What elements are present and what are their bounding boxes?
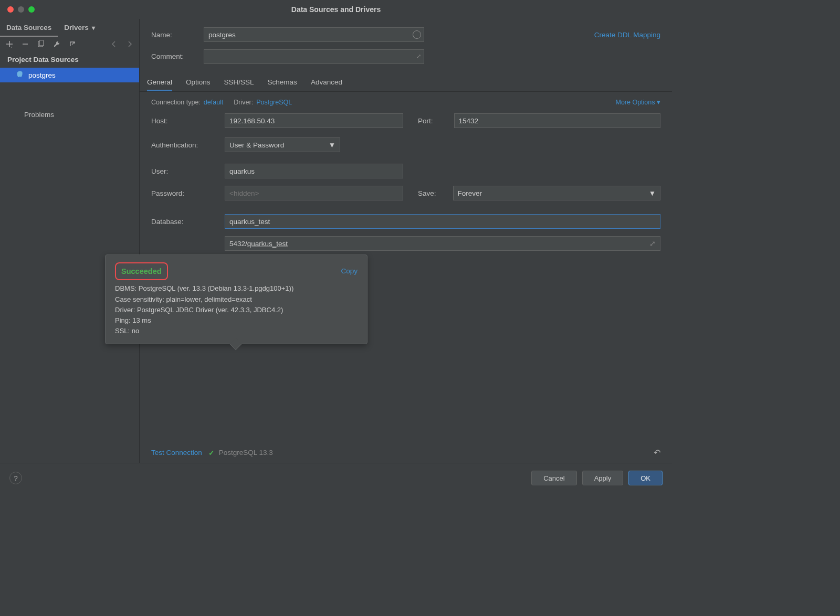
main-split: Data Sources Drivers▾ Project Data Sourc…: [0, 19, 672, 463]
tree-item-label: postgres: [28, 71, 56, 79]
goto-icon[interactable]: [68, 40, 77, 48]
user-label: User:: [151, 167, 225, 175]
save-select-value: Forever: [458, 189, 482, 197]
traffic-lights: [7, 6, 35, 13]
save-label: Save:: [418, 189, 436, 197]
tooltip-line: SSL: no: [115, 326, 358, 336]
sidebar: Data Sources Drivers▾ Project Data Sourc…: [0, 19, 140, 463]
port-label: Port:: [418, 117, 433, 125]
connection-test-tooltip: Succeeded Copy DBMS: PostgreSQL (ver. 13…: [105, 254, 368, 344]
host-input[interactable]: [225, 113, 403, 128]
tooltip-line: Case sensitivity: plain=lower, delimited…: [115, 294, 358, 305]
auth-label: Authentication:: [151, 141, 225, 149]
wrench-icon[interactable]: [52, 40, 61, 48]
tooltip-line: DBMS: PostgreSQL (ver. 13.3 (Debian 13.3…: [115, 283, 358, 294]
expand-icon[interactable]: ⤢: [649, 239, 656, 248]
name-input[interactable]: [204, 27, 424, 42]
comment-label: Comment:: [151, 52, 204, 60]
detail-tabs: General Options SSH/SSL Schemas Advanced: [140, 73, 672, 92]
url-db: quarkus_test: [247, 240, 288, 248]
forward-icon[interactable]: [125, 40, 134, 48]
auth-select-value: User & Password: [229, 141, 284, 149]
more-options-label: More Options: [615, 99, 655, 106]
chevron-down-icon: ▼: [649, 189, 656, 197]
tab-drivers[interactable]: Drivers▾: [58, 19, 101, 37]
password-input[interactable]: [225, 186, 403, 200]
host-label: Host:: [151, 117, 225, 125]
connection-row: Connection type: default Driver: Postgre…: [140, 92, 672, 112]
name-label: Name:: [151, 31, 204, 39]
url-input[interactable]: 5432/quarkus_test ⤢: [225, 236, 660, 251]
help-icon[interactable]: ?: [9, 472, 22, 484]
test-connection-link[interactable]: Test Connection: [151, 449, 202, 456]
tooltip-line: Driver: PostgreSQL JDBC Driver (ver. 42.…: [115, 305, 358, 315]
project-data-sources-header: Project Data Sources: [0, 51, 139, 68]
cancel-button[interactable]: Cancel: [531, 471, 576, 485]
tab-advanced[interactable]: Advanced: [311, 73, 342, 91]
color-picker-icon[interactable]: [413, 30, 421, 39]
auth-select[interactable]: User & Password ▼: [225, 137, 340, 152]
sidebar-toolbar: [0, 37, 139, 51]
create-ddl-mapping-link[interactable]: Create DDL Mapping: [594, 31, 660, 39]
expand-icon[interactable]: ⤢: [416, 53, 421, 60]
name-field-wrap: [204, 27, 424, 42]
database-label: Database:: [151, 218, 225, 226]
remove-icon[interactable]: [21, 40, 29, 48]
test-connection-row: Test Connection ✓ PostgreSQL 13.3 ↶: [140, 442, 672, 463]
window-title: Data Sources and Drivers: [291, 5, 381, 14]
database-input[interactable]: [225, 214, 660, 229]
sidebar-tabs: Data Sources Drivers▾: [0, 19, 139, 37]
save-select[interactable]: Forever ▼: [453, 186, 660, 200]
tab-schemas[interactable]: Schemas: [268, 73, 297, 91]
add-icon[interactable]: [5, 40, 14, 48]
url-prefix: 5432/: [229, 240, 247, 248]
comment-input[interactable]: [204, 49, 424, 64]
driver-label: Driver:: [234, 99, 253, 106]
comment-field-wrap: ⤢: [204, 49, 424, 63]
undo-icon[interactable]: ↶: [654, 448, 660, 458]
minimize-window-icon: [18, 6, 24, 13]
maximize-window-icon[interactable]: [28, 6, 35, 13]
tree-item-postgres[interactable]: postgres: [0, 68, 139, 82]
back-icon[interactable]: [110, 40, 118, 48]
copy-icon[interactable]: [37, 40, 45, 48]
form-top: Name: Create DDL Mapping Comment: ⤢: [140, 19, 672, 73]
user-input[interactable]: [225, 164, 403, 178]
ok-button[interactable]: OK: [628, 471, 663, 485]
driver-value[interactable]: PostgreSQL: [256, 99, 292, 106]
apply-button[interactable]: Apply: [582, 471, 624, 485]
chevron-down-icon: ▾: [92, 24, 95, 31]
form-body: Host: Port: Authentication: User & Passw…: [140, 112, 672, 258]
tab-drivers-label: Drivers: [64, 24, 89, 31]
tab-options[interactable]: Options: [186, 73, 211, 91]
footer: ? Cancel Apply OK: [0, 463, 672, 493]
tooltip-line: Ping: 13 ms: [115, 315, 358, 326]
connection-type-label: Connection type:: [151, 99, 201, 106]
svg-rect-1: [39, 40, 44, 46]
titlebar: Data Sources and Drivers: [0, 0, 672, 19]
port-input[interactable]: [454, 113, 660, 128]
password-label: Password:: [151, 189, 225, 197]
succeeded-badge: Succeeded: [115, 262, 168, 280]
problems-node[interactable]: Problems: [0, 108, 139, 122]
copy-link[interactable]: Copy: [341, 266, 358, 277]
more-options-link[interactable]: More Options ▾: [615, 98, 660, 106]
postgres-icon: [16, 71, 24, 79]
driver-version: PostgreSQL 13.3: [219, 449, 273, 456]
tab-ssh-ssl[interactable]: SSH/SSL: [224, 73, 254, 91]
close-window-icon[interactable]: [7, 6, 14, 13]
check-icon: ✓: [208, 449, 215, 457]
tab-general[interactable]: General: [147, 73, 172, 91]
connection-type-value[interactable]: default: [204, 99, 224, 106]
url-text: 5432/quarkus_test: [229, 240, 288, 248]
chevron-down-icon: ▼: [329, 141, 335, 149]
tab-data-sources[interactable]: Data Sources: [0, 19, 58, 37]
right-panel: Name: Create DDL Mapping Comment: ⤢ Gene…: [140, 19, 672, 463]
